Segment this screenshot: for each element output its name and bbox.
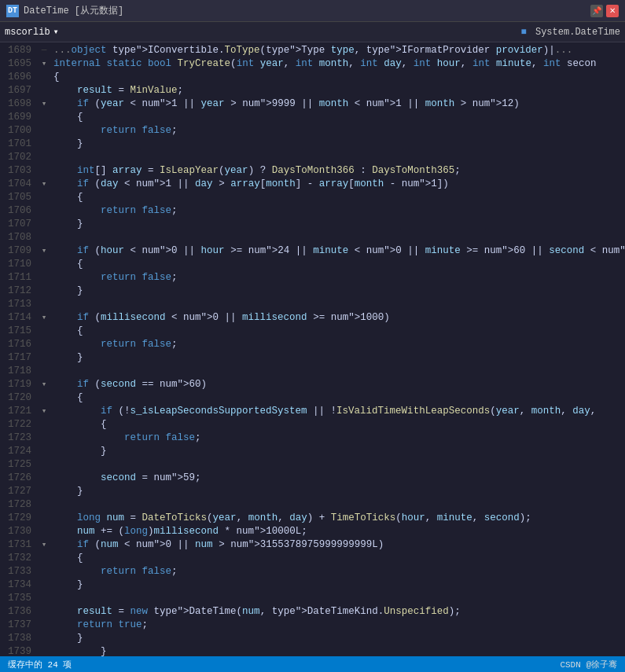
code-line: if (!s_isLeapSecondsSupportedSystem || !… xyxy=(53,405,625,418)
fold-markers: ─▾ ▾ ▾ ▾ ▾ ▾ ▾ ▾ xyxy=(38,42,50,656)
fold-marker xyxy=(38,512,50,525)
code-line: } xyxy=(53,445,625,458)
code-line xyxy=(53,151,625,164)
status-bar: 缓存中的 24 项 CSDN @徐子骞 xyxy=(0,656,625,672)
code-line: if (second == num">60) xyxy=(53,378,625,391)
fold-marker xyxy=(38,445,50,458)
code-line: } xyxy=(53,485,625,498)
code-line: { xyxy=(53,111,625,124)
code-line: } xyxy=(53,632,625,645)
fold-marker xyxy=(38,632,50,645)
fold-marker[interactable]: ▾ xyxy=(38,311,50,325)
fold-marker[interactable]: ▾ xyxy=(38,405,50,418)
code-line: return false; xyxy=(53,565,625,578)
code-line xyxy=(53,592,625,605)
fold-marker xyxy=(38,619,50,632)
fold-marker xyxy=(38,151,50,164)
namespace-icon: ■ xyxy=(521,27,527,38)
fold-marker xyxy=(38,565,50,578)
title-bar-buttons: 📌 ✕ xyxy=(590,5,619,17)
title-bar-icon: DT xyxy=(6,5,19,17)
fold-marker[interactable]: ▾ xyxy=(38,178,50,191)
code-line: } xyxy=(53,138,625,151)
status-right: CSDN @徐子骞 xyxy=(560,659,617,670)
fold-marker xyxy=(38,191,50,204)
fold-marker xyxy=(38,111,50,124)
title-bar: DT DateTime [从元数据] 📌 ✕ xyxy=(0,0,625,22)
code-line: if (num < num">0 || num > num">315537897… xyxy=(53,538,625,552)
editor-container: 1689169516961697169816991700170117021703… xyxy=(0,42,625,656)
code-line: return false; xyxy=(53,204,625,218)
code-line: return false; xyxy=(53,338,625,351)
toolbar-namespace: ■ System.DateTime xyxy=(521,27,620,38)
code-line: { xyxy=(53,391,625,405)
fold-marker xyxy=(38,552,50,565)
fold-marker xyxy=(38,592,50,605)
fold-marker xyxy=(38,485,50,498)
fold-marker xyxy=(38,325,50,338)
code-line xyxy=(53,458,625,472)
fold-marker xyxy=(38,124,50,138)
fold-marker xyxy=(38,605,50,619)
toolbar-assembly[interactable]: mscorlib ▾ xyxy=(5,26,59,38)
fold-marker[interactable]: ▾ xyxy=(38,378,50,391)
fold-marker xyxy=(38,285,50,298)
code-line: { xyxy=(53,71,625,84)
fold-marker xyxy=(38,84,50,97)
code-line: if (hour < num">0 || hour >= num">24 || … xyxy=(53,244,625,258)
fold-marker xyxy=(38,138,50,151)
fold-marker[interactable]: ▾ xyxy=(38,97,50,111)
fold-marker[interactable]: ▾ xyxy=(38,538,50,552)
fold-marker xyxy=(38,258,50,271)
code-line: num += (long)millisecond * num">10000L; xyxy=(53,525,625,538)
fold-marker xyxy=(38,498,50,512)
code-line: } xyxy=(53,285,625,298)
code-line: return true; xyxy=(53,619,625,632)
fold-marker[interactable]: ▾ xyxy=(38,57,50,71)
code-line: return false; xyxy=(53,271,625,285)
code-line: return false; xyxy=(53,431,625,445)
status-left: 缓存中的 24 项 xyxy=(8,659,72,670)
code-line: internal static bool TryCreate(int year,… xyxy=(53,57,625,71)
code-line: if (millisecond < num">0 || millisecond … xyxy=(53,311,625,325)
code-line: } xyxy=(53,351,625,365)
code-line: ...object type">IConvertible.ToType(type… xyxy=(53,44,625,57)
fold-marker xyxy=(38,391,50,405)
code-line: int[] array = IsLeapYear(year) ? DaysToM… xyxy=(53,164,625,178)
title-bar-title: DateTime [从元数据] xyxy=(24,4,123,17)
code-line xyxy=(53,298,625,311)
code-area[interactable]: ...object type">IConvertible.ToType(type… xyxy=(50,42,625,656)
fold-marker xyxy=(38,351,50,365)
fold-marker xyxy=(38,298,50,311)
pin-button[interactable]: 📌 xyxy=(590,5,603,17)
close-button[interactable]: ✕ xyxy=(606,5,619,17)
code-line: return false; xyxy=(53,124,625,138)
fold-marker xyxy=(38,231,50,244)
fold-marker xyxy=(38,365,50,378)
fold-marker xyxy=(38,164,50,178)
code-line: } xyxy=(53,218,625,231)
code-line: result = MinValue; xyxy=(53,84,625,97)
dropdown-icon: ▾ xyxy=(53,26,59,38)
code-line xyxy=(53,365,625,378)
fold-marker[interactable]: ▾ xyxy=(38,244,50,258)
fold-marker xyxy=(38,458,50,472)
fold-marker xyxy=(38,431,50,445)
code-line: long num = DateToTicks(year, month, day)… xyxy=(53,512,625,525)
code-line: } xyxy=(53,578,625,592)
code-line: { xyxy=(53,325,625,338)
fold-marker xyxy=(38,578,50,592)
toolbar-assembly-label: mscorlib xyxy=(5,27,50,38)
code-line xyxy=(53,231,625,244)
fold-marker xyxy=(38,525,50,538)
code-line: { xyxy=(53,258,625,271)
fold-marker: ─ xyxy=(38,44,50,57)
code-line xyxy=(53,498,625,512)
toolbar-namespace-label: System.DateTime xyxy=(535,27,620,38)
toolbar: mscorlib ▾ ■ System.DateTime xyxy=(0,22,625,42)
code-line: } xyxy=(53,645,625,656)
fold-marker xyxy=(38,472,50,485)
fold-marker xyxy=(38,271,50,285)
fold-marker xyxy=(38,418,50,431)
code-line: if (day < num">1 || day > array[month] -… xyxy=(53,178,625,191)
